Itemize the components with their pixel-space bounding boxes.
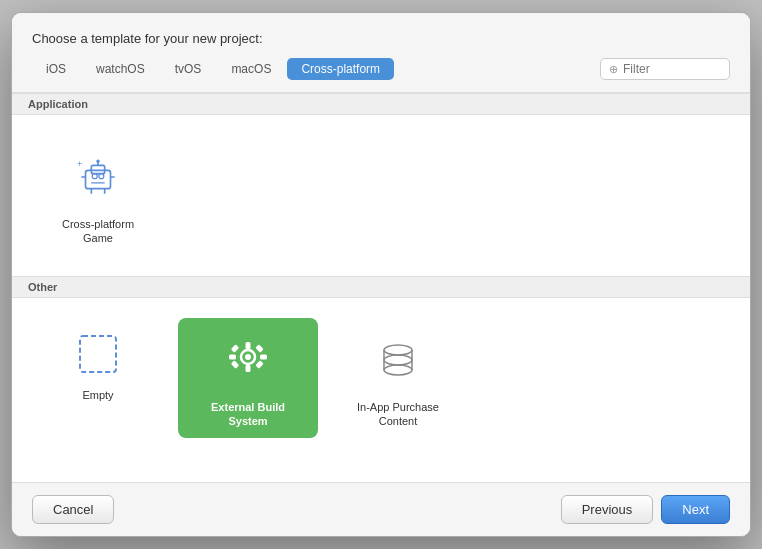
filter-input[interactable] [623,62,713,76]
database-icon [366,328,430,392]
svg-point-29 [384,365,412,375]
section-other: Other [12,276,750,298]
cancel-button[interactable]: Cancel [32,495,114,524]
svg-rect-18 [260,354,267,359]
filter-icon: ⊕ [609,63,618,76]
filter-box: ⊕ [600,58,730,80]
robot-icon: + [66,145,130,209]
template-cross-platform-game[interactable]: + Cross-platformGame [28,135,168,256]
other-grid: Empty External BuildSystem [12,298,750,459]
tab-cross-platform[interactable]: Cross-platform [287,58,394,80]
previous-button[interactable]: Previous [561,495,654,524]
tab-macos[interactable]: macOS [217,58,285,80]
tab-ios[interactable]: iOS [32,58,80,80]
tab-tvos[interactable]: tvOS [161,58,216,80]
svg-point-10 [96,160,99,163]
dashed-square-icon [72,328,124,380]
empty-label: Empty [82,388,113,402]
template-list: Application [12,93,750,482]
project-template-dialog: Choose a template for your new project: … [11,12,751,537]
template-external-build-system[interactable]: External BuildSystem [178,318,318,439]
svg-point-14 [245,354,251,360]
next-button[interactable]: Next [661,495,730,524]
svg-rect-22 [255,360,263,368]
svg-rect-16 [246,365,251,372]
svg-point-26 [384,355,412,365]
external-build-system-label: External BuildSystem [211,400,285,429]
svg-text:+: + [77,159,82,169]
svg-rect-17 [229,354,236,359]
svg-rect-20 [255,344,263,352]
dialog-title: Choose a template for your new project: [32,31,730,46]
template-in-app-purchase[interactable]: In-App PurchaseContent [328,318,468,439]
tab-watchos[interactable]: watchOS [82,58,159,80]
dialog-footer: Cancel Previous Next [12,482,750,536]
svg-rect-19 [231,344,239,352]
in-app-purchase-label: In-App PurchaseContent [357,400,439,429]
tab-bar: iOS watchOS tvOS macOS Cross-platform ⊕ [32,58,730,80]
footer-nav-buttons: Previous Next [561,495,730,524]
svg-rect-21 [231,360,239,368]
svg-rect-15 [246,342,251,349]
dialog-header: Choose a template for your new project: … [12,13,750,93]
svg-point-23 [384,345,412,355]
gear-icon [216,328,280,392]
application-grid: + Cross-platformGame [12,115,750,276]
cross-platform-game-label: Cross-platformGame [62,217,134,246]
template-empty[interactable]: Empty [28,318,168,439]
section-application: Application [12,93,750,115]
svg-rect-12 [80,336,116,372]
